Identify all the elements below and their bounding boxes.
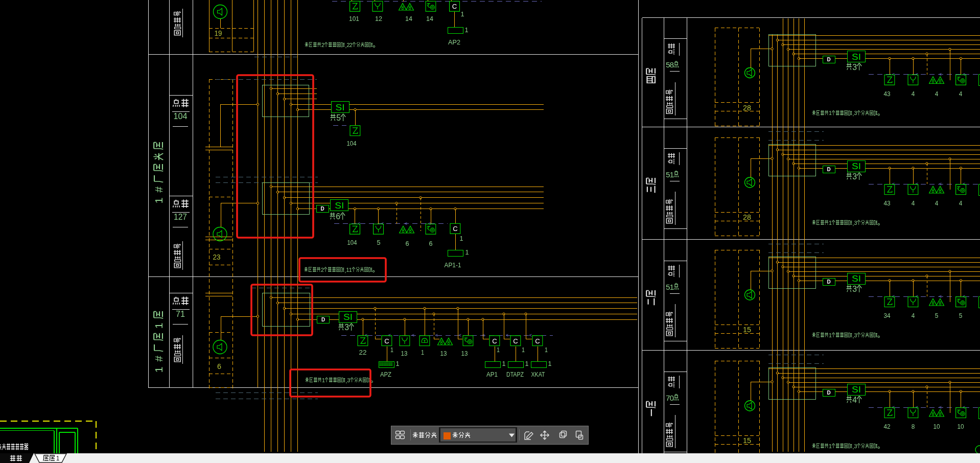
svg-text:43: 43	[883, 199, 890, 207]
svg-text:6: 6	[336, 212, 340, 221]
svg-text:APZ: APZ	[380, 371, 391, 378]
svg-text:1: 1	[670, 283, 674, 291]
svg-text:AP1: AP1	[486, 371, 498, 378]
svg-text:1: 1	[464, 26, 468, 34]
svg-text:DTAPZ: DTAPZ	[506, 371, 524, 378]
svg-text:5: 5	[959, 312, 963, 319]
svg-text:5: 5	[377, 239, 380, 246]
svg-text:23: 23	[213, 252, 221, 261]
svg-text:28: 28	[743, 213, 751, 221]
svg-text:1: 1	[829, 332, 832, 338]
svg-text:D: D	[827, 390, 830, 396]
svg-text:104: 104	[347, 239, 357, 246]
svg-text:6: 6	[429, 240, 432, 247]
svg-text:2: 2	[349, 42, 353, 48]
svg-text:SI: SI	[852, 162, 861, 171]
svg-text:1: 1	[497, 346, 500, 354]
svg-text:13: 13	[461, 350, 468, 357]
svg-text:14: 14	[405, 15, 412, 22]
svg-text:#: #	[153, 187, 165, 193]
svg-text:4: 4	[959, 90, 963, 98]
svg-text:5: 5	[336, 113, 341, 122]
svg-text:D: D	[827, 279, 830, 285]
svg-text:3: 3	[854, 110, 857, 116]
svg-text:D: D	[320, 206, 324, 212]
svg-text:1: 1	[153, 198, 165, 204]
svg-text:0: 0	[670, 393, 674, 402]
svg-text:4: 4	[912, 199, 915, 207]
svg-text:1: 1	[525, 360, 528, 367]
svg-text:10: 10	[933, 423, 940, 430]
svg-text:1: 1	[56, 455, 60, 462]
svg-text:28: 28	[743, 103, 751, 112]
svg-text:1: 1	[390, 346, 393, 354]
svg-text:13: 13	[440, 350, 447, 357]
svg-text:3: 3	[852, 172, 857, 181]
svg-text:10: 10	[957, 423, 964, 430]
svg-text:AP2: AP2	[448, 38, 460, 46]
svg-text:6: 6	[217, 362, 221, 371]
svg-text:1: 1	[153, 323, 165, 329]
svg-text:1: 1	[522, 346, 525, 354]
svg-text:12: 12	[375, 15, 382, 22]
svg-text:6: 6	[405, 240, 409, 247]
svg-text:43: 43	[883, 90, 890, 98]
svg-text:SI: SI	[852, 53, 861, 61]
svg-text:2: 2	[321, 42, 324, 48]
svg-text:1: 1	[465, 248, 469, 256]
svg-text:1: 1	[322, 377, 325, 383]
svg-text:D: D	[321, 317, 325, 322]
svg-text:14: 14	[426, 15, 433, 22]
svg-text:3: 3	[854, 220, 857, 226]
svg-text:22: 22	[359, 349, 367, 356]
svg-text:8: 8	[670, 60, 674, 69]
svg-text:42: 42	[883, 423, 890, 430]
svg-text:127: 127	[174, 213, 187, 221]
svg-text:101: 101	[349, 15, 359, 22]
svg-text:3: 3	[347, 377, 351, 383]
svg-text:5: 5	[935, 312, 939, 319]
svg-text:3: 3	[852, 63, 857, 72]
svg-text:3: 3	[344, 323, 349, 332]
svg-text:3: 3	[852, 285, 857, 293]
svg-text:XKAT: XKAT	[531, 371, 546, 378]
svg-text:2: 2	[321, 267, 324, 273]
svg-text:4: 4	[852, 396, 857, 404]
svg-text:SI: SI	[335, 201, 344, 210]
svg-text:#: #	[153, 356, 165, 362]
svg-text:1: 1	[829, 220, 832, 226]
svg-text:15: 15	[743, 325, 751, 334]
svg-text:34: 34	[883, 312, 890, 319]
svg-text:1: 1	[502, 360, 505, 367]
svg-text:13: 13	[401, 350, 408, 357]
svg-text:1: 1	[829, 443, 832, 449]
svg-text:104: 104	[347, 140, 357, 147]
svg-text:71: 71	[176, 310, 185, 318]
svg-text:AP1-1: AP1-1	[445, 262, 461, 269]
svg-text:4: 4	[935, 90, 939, 98]
svg-text:1: 1	[548, 360, 551, 367]
svg-text:1: 1	[460, 10, 464, 18]
svg-text:SI: SI	[852, 385, 861, 394]
svg-text:1: 1	[421, 349, 424, 356]
svg-text:1: 1	[349, 267, 352, 273]
svg-text:4: 4	[935, 199, 939, 207]
svg-text:1: 1	[670, 170, 674, 179]
svg-text:4: 4	[912, 312, 915, 319]
svg-text:SI: SI	[336, 103, 345, 112]
svg-text:1: 1	[459, 235, 463, 242]
svg-text:SI: SI	[852, 274, 861, 283]
svg-text:3: 3	[854, 332, 857, 338]
svg-text:104: 104	[174, 112, 188, 121]
svg-text:1: 1	[395, 360, 399, 367]
svg-text:1: 1	[153, 367, 165, 373]
svg-text:1: 1	[829, 110, 832, 116]
svg-text:4: 4	[959, 199, 963, 207]
svg-text:SI: SI	[343, 313, 353, 321]
svg-text:1: 1	[545, 346, 548, 354]
svg-text:15: 15	[743, 436, 751, 445]
svg-text:D: D	[827, 167, 830, 172]
svg-text:8: 8	[912, 423, 915, 430]
svg-text:4: 4	[912, 90, 915, 98]
svg-text:D: D	[827, 57, 830, 62]
